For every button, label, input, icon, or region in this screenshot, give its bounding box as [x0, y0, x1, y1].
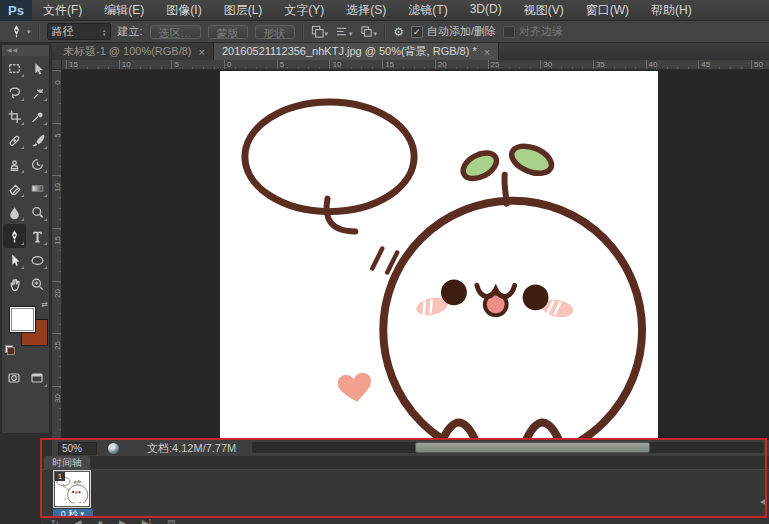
swap-colors-icon[interactable]: ⇄ — [41, 300, 48, 309]
caret-down-icon: ▾ — [27, 28, 31, 36]
menu-item[interactable]: 窗口(W) — [575, 2, 640, 19]
menu-item[interactable]: 视图(V) — [513, 2, 575, 19]
timeline-controls-row: ↻◀●▶▶|▤ — [41, 517, 769, 524]
clone-stamp-tool[interactable] — [3, 152, 26, 176]
animation-frame[interactable]: 1 0 秒 ▼ — [52, 471, 94, 519]
menu-item[interactable]: 选择(S) — [335, 2, 397, 19]
menu-item[interactable]: 图层(L) — [213, 2, 274, 19]
tool-mode-value: 路径 — [52, 24, 74, 39]
tab-title: 未标题-1 @ 100%(RGB/8) — [63, 44, 192, 59]
tool-mode-select[interactable]: 路径 ▴▾ — [47, 23, 111, 40]
tab-active-document[interactable]: 20160521112356_nhKTJ.jpg @ 50%(背景, RGB/8… — [214, 43, 499, 60]
path-operations-button[interactable]: ▾ — [311, 25, 329, 38]
frame-thumbnail[interactable]: 1 — [54, 471, 90, 507]
tab-timeline[interactable]: 时间轴 — [44, 456, 90, 469]
color-swatches: ⇄ — [3, 300, 49, 358]
blur-tool[interactable] — [3, 200, 26, 224]
separator — [302, 24, 304, 40]
tools-panel: ◀◀ ⇄ — [1, 44, 50, 434]
checkbox-unchecked-icon[interactable] — [503, 26, 515, 38]
menu-bar: Ps 文件(F)编辑(E)图像(I)图层(L)文字(Y)选择(S)滤镜(T)3D… — [0, 0, 769, 21]
auto-add-delete-option[interactable]: ✓ 自动添加/删除 — [411, 24, 496, 39]
frame-number-badge: 1 — [55, 472, 65, 481]
make-mask-button[interactable]: 蒙版 — [208, 25, 248, 39]
pen-tool[interactable] — [3, 224, 26, 248]
document-viewport[interactable] — [62, 70, 769, 440]
ruler-tick-label: 15 — [52, 228, 61, 281]
timeline-panel: 时间轴 1 0 秒 ▼ ◀ — [41, 456, 769, 517]
gear-icon[interactable]: ⚙ — [393, 25, 404, 39]
horizontal-type-tool[interactable] — [26, 224, 49, 248]
brush-tool[interactable] — [26, 128, 49, 152]
ruler-tick-label: 30 — [52, 386, 61, 439]
ellipse-shape-tool[interactable] — [26, 248, 49, 272]
menu-item[interactable]: 编辑(E) — [93, 2, 155, 19]
tab-title: 20160521112356_nhKTJ.jpg @ 50%(背景, RGB/8… — [222, 44, 477, 59]
eraser-tool[interactable] — [3, 176, 26, 200]
close-icon[interactable]: × — [484, 46, 490, 58]
menu-item[interactable]: 文字(Y) — [273, 2, 335, 19]
timeline-control-icon[interactable]: ◀ — [75, 517, 82, 524]
menu-item[interactable]: 滤镜(T) — [397, 2, 458, 19]
ruler-tick-label: 15 — [66, 60, 119, 70]
checkbox-checked-icon[interactable]: ✓ — [411, 26, 423, 38]
screen-mode-button[interactable] — [26, 366, 49, 390]
zoom-tool[interactable] — [26, 272, 49, 296]
ruler-corner — [52, 60, 62, 70]
hand-tool[interactable] — [3, 272, 26, 296]
make-shape-button[interactable]: 形状 — [255, 25, 295, 39]
updown-caret-icon: ▴▾ — [103, 28, 106, 36]
foreground-swatch[interactable] — [9, 306, 36, 333]
dodge-tool[interactable] — [26, 200, 49, 224]
caret-down-icon: ▾ — [349, 30, 353, 38]
zoom-level-field[interactable]: 50% — [58, 442, 97, 455]
ruler-tick-label: 45 — [698, 60, 751, 70]
panel-collapse-button[interactable]: ◀◀ — [2, 45, 49, 56]
separator — [38, 24, 40, 40]
ruler-tick-label: 25 — [52, 333, 61, 386]
status-bar: 50% 文档:4.12M/7.77M ▶ ◀ — [52, 440, 769, 456]
eyedropper-tool[interactable] — [26, 104, 49, 128]
history-brush-tool[interactable] — [26, 152, 49, 176]
close-icon[interactable]: × — [199, 46, 205, 58]
menu-item[interactable]: 帮助(H) — [640, 2, 703, 19]
options-bar: ▾ 路径 ▴▾ 建立: 选区… 蒙版 形状 ▾ ▾ ▾ ⚙ ✓ 自动添加 — [0, 21, 769, 43]
path-selection-tool[interactable] — [3, 248, 26, 272]
tab-untitled-document[interactable]: 未标题-1 @ 100%(RGB/8) × — [55, 43, 214, 60]
menu-item[interactable]: 图像(I) — [155, 2, 212, 19]
rectangular-marquee-tool[interactable] — [3, 56, 26, 80]
timeline-tab-row: 时间轴 — [41, 456, 769, 470]
caret-down-icon: ▾ — [374, 30, 378, 38]
timeline-control-icon[interactable]: ▤ — [167, 517, 176, 524]
menu-item[interactable]: 3D(D) — [459, 2, 513, 19]
panel-collapse-arrow-icon[interactable]: ◀ — [760, 497, 766, 506]
timeline-control-icon[interactable]: ● — [97, 517, 102, 524]
horizontal-ruler: 1510505101520253035404550 — [62, 60, 769, 70]
vertical-ruler: 051015202530 — [52, 70, 62, 440]
ruler-tick-label: 50 — [751, 60, 769, 70]
spot-healing-brush-tool[interactable] — [3, 128, 26, 152]
horizontal-scrollbar[interactable] — [252, 442, 764, 453]
canvas-artwork[interactable] — [220, 71, 658, 438]
scrollbar-thumb[interactable] — [415, 442, 650, 453]
ruler-tick-label: 25 — [488, 60, 541, 70]
timeline-control-icon[interactable]: ▶ — [119, 517, 126, 524]
menu-item[interactable]: 文件(F) — [32, 2, 93, 19]
timeline-control-icon[interactable]: ▶| — [142, 517, 151, 524]
ruler-tick-label: 30 — [540, 60, 593, 70]
gradient-tool[interactable] — [26, 176, 49, 200]
quick-mask-button[interactable] — [3, 366, 26, 390]
magic-wand-tool[interactable] — [26, 80, 49, 104]
make-selection-button[interactable]: 选区… — [150, 25, 201, 39]
path-arrange-button[interactable]: ▾ — [360, 25, 378, 38]
timeline-control-icon[interactable]: ↻ — [51, 517, 59, 524]
path-alignment-button[interactable]: ▾ — [335, 25, 353, 38]
lasso-tool[interactable] — [3, 80, 26, 104]
crop-tool[interactable] — [3, 104, 26, 128]
align-edges-option[interactable]: 对齐边缘 — [503, 24, 563, 39]
default-colors-icon[interactable] — [5, 345, 15, 355]
ruler-tick-label: 35 — [593, 60, 646, 70]
move-tool[interactable] — [26, 56, 49, 80]
timeline-content: 1 0 秒 ▼ ◀ — [41, 470, 769, 517]
tool-preset-picker[interactable]: ▾ — [9, 24, 31, 39]
